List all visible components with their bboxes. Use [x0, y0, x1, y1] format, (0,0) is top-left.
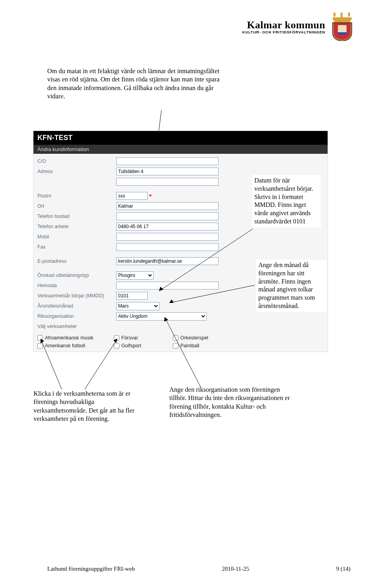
annotation-arrow-icon [38, 336, 70, 393]
label-co: C/O [37, 159, 116, 164]
app-subtitle: Ändra kundinformation [33, 145, 328, 154]
select-arsmote[interactable]: Mars [116, 302, 159, 310]
label-epost: E-postadress [37, 258, 116, 264]
svg-rect-2 [348, 13, 350, 17]
svg-line-7 [159, 229, 253, 291]
input-adress[interactable] [116, 168, 219, 175]
input-co[interactable] [116, 157, 219, 165]
svg-line-11 [41, 339, 62, 389]
input-postnr[interactable] [116, 192, 148, 200]
label-hemsida: Hemsida [37, 283, 116, 288]
label-verksar: Verksamhetsår börjar (MMDD) [37, 293, 116, 299]
label-postnr: Postnr [37, 193, 116, 199]
svg-line-9 [169, 285, 255, 303]
svg-line-15 [165, 317, 201, 387]
municipality-crest-icon [330, 13, 354, 41]
annotation-text: Ange den riksorganisation som föreningen… [169, 385, 291, 419]
label-telarbete: Telefon arbete [37, 224, 116, 229]
logo-text: Kalmar kommun [242, 19, 325, 31]
app-titlebar: KFN-TEST [33, 131, 328, 145]
footer-date: 2010-11-25 [222, 566, 249, 572]
label-arsmote: Årsmötesmånad [37, 303, 116, 309]
svg-rect-3 [338, 25, 346, 32]
header-logo: Kalmar kommun KULTUR- OCH FRITIDSFÖRVALT… [242, 13, 354, 41]
svg-line-13 [85, 339, 117, 389]
label-mobil: Mobil [37, 234, 116, 240]
label-valjverk: Välj verksamheter [37, 324, 116, 329]
input-ort[interactable] [116, 202, 219, 210]
label-adress: Adress [37, 169, 116, 174]
page-footer: Lathund föreningsuppgifter FRI-web 2010-… [47, 566, 350, 572]
annotation-arrow-icon [166, 283, 257, 308]
annotation-arrow-icon [161, 315, 220, 391]
validation-error-icon: * [149, 193, 152, 199]
svg-marker-14 [113, 339, 117, 343]
label-riksorg: Riksorganisation [37, 313, 116, 319]
svg-rect-0 [334, 13, 335, 17]
annotation-text: Klicka i de verksamheterna som är er för… [33, 389, 148, 423]
annotation-arrow-icon [83, 336, 134, 393]
svg-rect-1 [341, 13, 343, 17]
svg-rect-4 [338, 32, 346, 35]
label-ort: Ort [37, 203, 116, 209]
svg-marker-16 [164, 317, 168, 322]
callout-arsmote: Ange den månad då föreningen har sitt år… [256, 260, 327, 312]
svg-marker-10 [169, 299, 174, 303]
label-telbostad: Telefon bostad [37, 214, 116, 219]
footer-title: Lathund föreningsuppgifter FRI-web [47, 566, 135, 572]
select-utbet[interactable]: Plusgiro [116, 271, 154, 280]
svg-marker-8 [159, 287, 163, 291]
label-utbet: Önskad utbetalningstyp [37, 273, 116, 278]
input-adress2[interactable] [116, 178, 219, 186]
footer-page: 9 (14) [336, 566, 350, 572]
input-telbostad[interactable] [116, 212, 219, 220]
logo-subtext: KULTUR- OCH FRITIDSFÖRVALTNINGEN [242, 30, 325, 34]
callout-datum: Datum för när verksamhetsåret börjar. Sk… [252, 175, 321, 227]
input-verksar[interactable] [116, 292, 148, 300]
annotation-text: Om du matat in ett felaktigt värde och l… [47, 67, 224, 101]
label-fax: Fax [37, 244, 116, 250]
